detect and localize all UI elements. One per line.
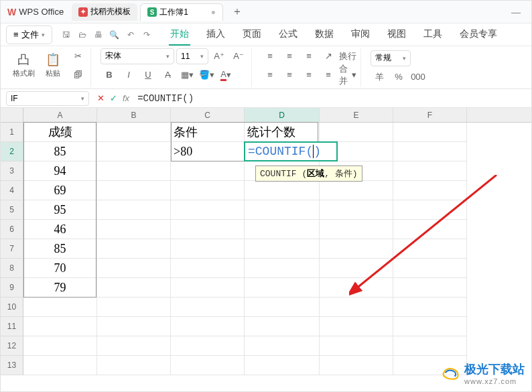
cell[interactable] — [320, 239, 393, 259]
select-all-corner[interactable] — [1, 108, 23, 122]
cell[interactable] — [97, 200, 171, 220]
cell[interactable] — [171, 200, 245, 220]
cell[interactable] — [245, 200, 320, 220]
cell[interactable] — [393, 298, 467, 317]
row-header[interactable]: 3 — [1, 161, 23, 181]
orientation-icon[interactable]: ↗ — [320, 48, 337, 64]
row-header[interactable]: 12 — [1, 336, 23, 356]
cell[interactable] — [320, 220, 393, 239]
cell[interactable] — [171, 239, 245, 259]
open-icon[interactable]: 🗁 — [76, 29, 88, 41]
cell[interactable] — [97, 161, 171, 181]
cell[interactable] — [393, 220, 467, 239]
strike-button[interactable]: A̶ — [159, 67, 176, 83]
row-header[interactable]: 9 — [1, 278, 23, 298]
cell[interactable]: 成绩 — [23, 123, 97, 142]
increase-font-icon[interactable]: A⁺ — [210, 48, 228, 64]
cell[interactable] — [393, 317, 467, 336]
cell[interactable]: 70 — [23, 259, 97, 278]
font-size-select[interactable]: 11 ▾ — [176, 48, 208, 64]
cell[interactable] — [171, 259, 245, 278]
menu-member[interactable]: 会员专享 — [458, 24, 498, 46]
cell[interactable] — [23, 298, 97, 317]
cell[interactable] — [245, 356, 320, 375]
align-top-icon[interactable]: ≡ — [261, 48, 279, 64]
cell[interactable] — [393, 200, 467, 220]
window-minimize-icon[interactable]: — — [506, 7, 526, 17]
save-icon[interactable]: 🖫 — [60, 29, 72, 41]
cell[interactable] — [320, 298, 393, 317]
cell[interactable] — [171, 336, 245, 356]
bold-button[interactable]: B — [101, 67, 118, 83]
cell[interactable] — [320, 123, 393, 142]
menu-data[interactable]: 数据 — [314, 24, 335, 46]
cell[interactable]: 46 — [23, 220, 97, 239]
redo-icon[interactable]: ↷ — [141, 29, 153, 41]
cell[interactable] — [393, 142, 467, 161]
cell[interactable] — [245, 317, 320, 336]
align-right-icon[interactable]: ≡ — [300, 67, 318, 83]
cell[interactable] — [245, 278, 320, 298]
cell[interactable]: 69 — [23, 181, 97, 200]
cell[interactable] — [23, 336, 97, 356]
column-header-C[interactable]: C — [171, 108, 245, 122]
cell[interactable]: >80 — [171, 142, 245, 161]
tab-workbook[interactable]: S 工作簿1 ● — [140, 3, 223, 21]
cell[interactable] — [97, 317, 171, 336]
cell[interactable] — [171, 317, 245, 336]
cell[interactable] — [97, 123, 171, 142]
fx-button[interactable]: fx — [123, 93, 129, 103]
cell[interactable] — [393, 239, 467, 259]
cell[interactable] — [245, 239, 320, 259]
fill-color-button[interactable]: 🪣▾ — [198, 67, 215, 83]
cell[interactable]: 85 — [23, 142, 97, 161]
cell[interactable] — [97, 298, 171, 317]
cell[interactable] — [245, 220, 320, 239]
row-header[interactable]: 11 — [1, 317, 23, 336]
align-left-icon[interactable]: ≡ — [261, 67, 279, 83]
cell[interactable] — [171, 298, 245, 317]
cell[interactable] — [97, 239, 171, 259]
row-header[interactable]: 1 — [1, 123, 23, 142]
cell[interactable] — [320, 181, 393, 200]
column-header-B[interactable]: B — [97, 108, 171, 122]
row-header[interactable]: 10 — [1, 298, 23, 317]
font-color-button[interactable]: A▾ — [217, 67, 235, 83]
cell[interactable] — [171, 278, 245, 298]
row-header[interactable]: 7 — [1, 239, 23, 259]
preview-icon[interactable]: 🔍 — [109, 29, 121, 41]
cell[interactable]: 85 — [23, 239, 97, 259]
align-middle-icon[interactable]: ≡ — [281, 48, 298, 64]
wrap-button[interactable]: 换行 — [339, 48, 356, 64]
menu-view[interactable]: 视图 — [386, 24, 407, 46]
column-header-A[interactable]: A — [23, 108, 97, 122]
cell[interactable] — [245, 259, 320, 278]
formula-input[interactable]: =COUNTIF() — [137, 93, 526, 104]
cell[interactable] — [171, 181, 245, 200]
name-box[interactable]: IF ▾ — [6, 91, 89, 106]
cell[interactable] — [393, 259, 467, 278]
cell[interactable]: 94 — [23, 161, 97, 181]
row-header[interactable]: 13 — [1, 356, 23, 375]
confirm-formula-button[interactable]: ✓ — [110, 93, 117, 103]
cell[interactable] — [245, 181, 320, 200]
cell[interactable] — [97, 336, 171, 356]
cell[interactable] — [245, 298, 320, 317]
add-tab-button[interactable]: ＋ — [228, 3, 246, 21]
menu-start[interactable]: 开始 — [169, 24, 190, 46]
menu-review[interactable]: 审阅 — [350, 24, 371, 46]
print-icon[interactable]: 🖶 — [92, 29, 105, 41]
cell[interactable] — [97, 181, 171, 200]
row-header[interactable]: 2 — [1, 142, 23, 161]
merge-button[interactable]: 合并▾ — [339, 67, 356, 83]
cell[interactable] — [97, 220, 171, 239]
cell[interactable] — [97, 259, 171, 278]
menu-tools[interactable]: 工具 — [422, 24, 444, 46]
cell[interactable] — [393, 278, 467, 298]
cell[interactable] — [97, 142, 171, 161]
align-bottom-icon[interactable]: ≡ — [300, 48, 318, 64]
decrease-font-icon[interactable]: A⁻ — [230, 48, 247, 64]
border-button[interactable]: ▦▾ — [178, 67, 196, 83]
cut-icon[interactable]: ✂ — [69, 48, 86, 64]
column-header-D[interactable]: D — [245, 108, 320, 122]
